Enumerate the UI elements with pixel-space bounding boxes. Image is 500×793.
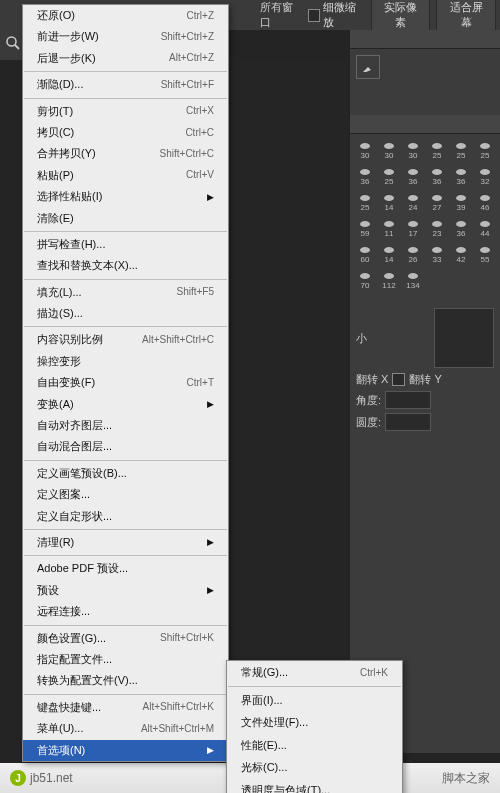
submenu-item[interactable]: 界面(I)... (227, 689, 402, 712)
brush-panel-tab[interactable] (350, 115, 500, 134)
flip-x-checkbox[interactable] (392, 373, 405, 386)
brush-preset[interactable]: 25 (379, 166, 399, 188)
fit-screen-button[interactable]: 适合屏幕 (436, 0, 496, 34)
menu-item[interactable]: 自动混合图层... (23, 436, 228, 457)
submenu-item[interactable]: 光标(C)... (227, 756, 402, 779)
menu-item[interactable]: 定义图案... (23, 484, 228, 505)
brush-preset[interactable]: 36 (451, 166, 471, 188)
panel-tab[interactable] (350, 30, 500, 49)
submenu-item[interactable]: 性能(E)... (227, 734, 402, 757)
brush-preset[interactable]: 70 (355, 270, 375, 292)
brush-preset[interactable]: 33 (427, 244, 447, 266)
menu-item[interactable]: 清理(R)▶ (23, 532, 228, 553)
footer-site-name: 脚本之家 (442, 770, 490, 787)
brush-preset[interactable]: 112 (379, 270, 399, 292)
menu-item[interactable]: 自动对齐图层... (23, 415, 228, 436)
brush-preset[interactable]: 46 (475, 192, 495, 214)
brush-preset[interactable]: 25 (427, 140, 447, 162)
flip-x-label: 翻转 X (356, 372, 388, 387)
menu-item[interactable]: Adobe PDF 预设... (23, 558, 228, 579)
actual-pixels-button[interactable]: 实际像素 (371, 0, 431, 34)
fit-windows-label: 所有窗口 (260, 0, 302, 30)
submenu-item[interactable]: 常规(G)...Ctrl+K (227, 661, 402, 684)
brush-preset[interactable]: 134 (403, 270, 423, 292)
svg-line-1 (15, 45, 19, 49)
brush-preset[interactable]: 11 (379, 218, 399, 240)
brush-preset[interactable]: 17 (403, 218, 423, 240)
submenu-item[interactable]: 透明度与色域(T)... (227, 779, 402, 794)
preferences-submenu: 常规(G)...Ctrl+K界面(I)...文件处理(F)...性能(E)...… (226, 660, 403, 793)
photoshop-window: 所有窗口 细微缩放 实际像素 适合屏幕 30303025252536253636… (0, 0, 500, 793)
menu-item[interactable]: 清除(E) (23, 208, 228, 229)
svg-point-0 (7, 37, 16, 46)
brush-preset[interactable]: 25 (355, 192, 375, 214)
menu-item[interactable]: 选择性粘贴(I)▶ (23, 186, 228, 207)
menu-item[interactable]: 还原(O)Ctrl+Z (23, 5, 228, 26)
brush-preset[interactable]: 60 (355, 244, 375, 266)
brush-preset[interactable]: 44 (475, 218, 495, 240)
menu-item[interactable]: 定义自定形状... (23, 506, 228, 527)
roundness-input[interactable] (385, 413, 431, 431)
menu-item[interactable]: 查找和替换文本(X)... (23, 255, 228, 276)
menu-item[interactable]: 预设▶ (23, 580, 228, 601)
brush-preset[interactable]: 30 (403, 140, 423, 162)
brush-settings: 小 翻转 X 翻转 Y 角度: 圆度: (350, 298, 500, 441)
scrubby-zoom-checkbox[interactable]: 细微缩放 (308, 0, 365, 30)
brush-preset[interactable]: 36 (451, 218, 471, 240)
menu-item[interactable]: 粘贴(P)Ctrl+V (23, 165, 228, 186)
brush-preset[interactable]: 14 (379, 244, 399, 266)
brush-preset[interactable]: 27 (427, 192, 447, 214)
menu-item[interactable]: 指定配置文件... (23, 649, 228, 670)
menu-item[interactable]: 菜单(U)...Alt+Shift+Ctrl+M (23, 718, 228, 739)
menu-item[interactable]: 描边(S)... (23, 303, 228, 324)
brush-engine-icon[interactable] (356, 55, 380, 79)
angle-input[interactable] (385, 391, 431, 409)
brush-preview (434, 308, 494, 368)
brush-preset[interactable]: 36 (403, 166, 423, 188)
menu-item[interactable]: 首选项(N)▶ (23, 740, 228, 761)
submenu-item[interactable]: 文件处理(F)... (227, 711, 402, 734)
menu-item[interactable]: 剪切(T)Ctrl+X (23, 101, 228, 122)
menu-item[interactable]: 变换(A)▶ (23, 394, 228, 415)
menu-item[interactable]: 填充(L)...Shift+F5 (23, 282, 228, 303)
brush-preset[interactable]: 25 (451, 140, 471, 162)
brush-preset[interactable]: 59 (355, 218, 375, 240)
menu-item[interactable]: 转换为配置文件(V)... (23, 670, 228, 691)
brush-presets-panel: 3030302525253625363636322514242739465911… (350, 134, 500, 298)
menu-item[interactable]: 拼写检查(H)... (23, 234, 228, 255)
menu-item[interactable]: 拷贝(C)Ctrl+C (23, 122, 228, 143)
flip-y-label: 翻转 Y (409, 372, 441, 387)
brush-preset[interactable]: 26 (403, 244, 423, 266)
angle-label: 角度: (356, 393, 381, 408)
brush-preset[interactable]: 36 (355, 166, 375, 188)
brush-preset[interactable]: 25 (475, 140, 495, 162)
brush-preset[interactable]: 39 (451, 192, 471, 214)
menu-item[interactable]: 前进一步(W)Shift+Ctrl+Z (23, 26, 228, 47)
size-label: 小 (356, 331, 367, 346)
footer-logo: Jjb51.net (10, 770, 73, 786)
brush-preset[interactable]: 23 (427, 218, 447, 240)
brush-preset[interactable]: 55 (475, 244, 495, 266)
menu-item[interactable]: 内容识别比例Alt+Shift+Ctrl+C (23, 329, 228, 350)
menu-item[interactable]: 自由变换(F)Ctrl+T (23, 372, 228, 393)
brush-preset[interactable]: 14 (379, 192, 399, 214)
brush-preset[interactable]: 32 (475, 166, 495, 188)
menu-item[interactable]: 远程连接... (23, 601, 228, 622)
menu-item[interactable]: 定义画笔预设(B)... (23, 463, 228, 484)
menu-item[interactable]: 颜色设置(G)...Shift+Ctrl+K (23, 628, 228, 649)
brush-preset[interactable]: 30 (355, 140, 375, 162)
menu-item[interactable]: 渐隐(D)...Shift+Ctrl+F (23, 74, 228, 95)
edit-menu-dropdown: 还原(O)Ctrl+Z前进一步(W)Shift+Ctrl+Z后退一步(K)Alt… (22, 4, 229, 762)
right-panels: 3030302525253625363636322514242739465911… (349, 30, 500, 753)
menu-item[interactable]: 合并拷贝(Y)Shift+Ctrl+C (23, 143, 228, 164)
brush-preset[interactable]: 42 (451, 244, 471, 266)
menu-item[interactable]: 后退一步(K)Alt+Ctrl+Z (23, 48, 228, 69)
roundness-label: 圆度: (356, 415, 381, 430)
menu-item[interactable]: 键盘快捷键...Alt+Shift+Ctrl+K (23, 697, 228, 718)
brush-preset[interactable]: 24 (403, 192, 423, 214)
menu-item[interactable]: 操控变形 (23, 351, 228, 372)
brush-preset[interactable]: 36 (427, 166, 447, 188)
brush-preset[interactable]: 30 (379, 140, 399, 162)
